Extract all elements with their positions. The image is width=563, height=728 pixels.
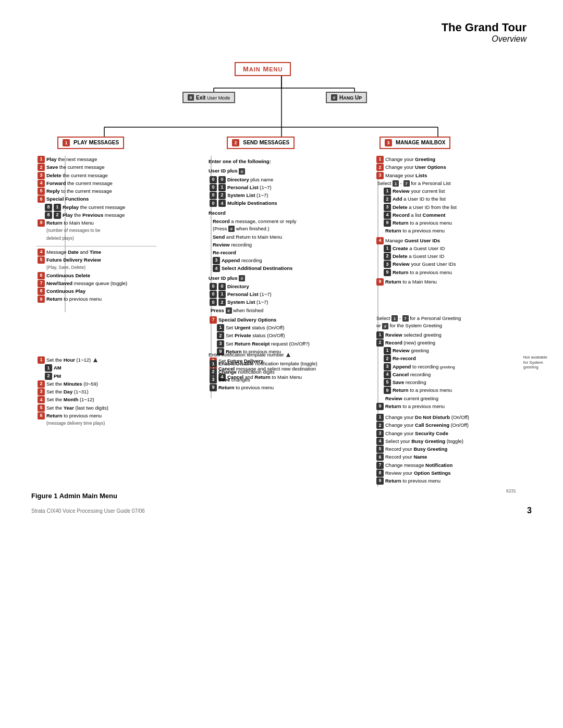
opt-2: 2 Change your Call Screening (On/Off) [375,422,516,429]
send-append: 3 Append recording [209,257,344,264]
play-item-4b: 4 Message Date and Time [36,249,156,256]
play-item-9: 9 Return to Main Menu(number of messages… [36,219,156,242]
manage-item-4: 4 Manage Guest User IDs [375,237,516,244]
useropts-panel: 1 Change your Do Not Disturb (On/Off) 2 … [375,414,516,495]
footer-left: Strata CIX40 Voice Processing User Guide… [31,508,145,514]
opt-7: 7 Change message Notification [375,462,516,469]
send-dir2: 0 0 Directory [209,283,344,290]
send-messages-box: 2 SEND MESSAGES [227,137,295,149]
send-system: 0 2 System List (1~7) [209,192,344,199]
opt-9: 9 Return to previous menu [375,477,516,485]
time-item-1: 1 Set the Hour (1~12) [36,356,156,364]
manage-item-1: 1 Change your Greeting [375,156,516,163]
svg-marker-13 [93,358,97,362]
opt-6: 6 Record your Name [375,453,516,461]
manage-guest-2: 2 Delete a Guest User ID [375,253,516,260]
send-review: Review recording [209,241,344,249]
footer-right: 3 [527,506,532,515]
main-menu-label: MAIN MENU [235,62,291,76]
time-item-2: 2 Set the Minutes (0~59) [36,380,156,388]
greet-record: 2 Record (new) greeting [375,339,516,347]
send-urgent: 1 Set Urgent status (On/Off) [209,324,344,331]
manage-guest-9: 9 Return to a previous menu [375,269,516,276]
manage-list-1: 1 Review your current list [375,188,516,195]
notif-change: 2 Change notification digits [209,368,344,376]
hangup-button: # HANG UP [326,92,367,103]
play-messages-box: 1 PLAY MESSAGES [57,137,124,149]
send-adddest: 4 Select Additional Destinations [209,265,344,272]
manage-list-3: 3 Delete a User ID from the list [375,204,516,211]
play-item-6-2: 8 2 Play the Previous message [36,212,156,219]
send-multiple: 0 4 Multiple Destinations [209,200,344,207]
manage-mailbox-box: 3 MANAGE MAILBOX [380,137,450,149]
greeting-panel: Select 1 - 7 for a Personal Greeting or … [375,315,516,411]
exit-num: 0 [188,94,194,101]
main-menu-box: MAIN MENU [235,62,291,76]
greet-cancel: 4 Cancel recording [375,371,516,378]
time-item-1b: 2 PM [36,373,156,380]
send-record-send: Send and Return to Main Menu [209,233,344,241]
settime-panel: 1 Set the Hour (1~12) 1 AM 2 PM 2 Set th… [36,356,156,427]
svg-marker-14 [286,353,290,357]
opt-8: 8 Review your Option Settings [375,470,516,477]
send-rerecord: Re-record [209,249,344,256]
play-item-1: 1 Play the next message [36,156,156,163]
play-item-6b: 6 Continuous Delete [36,272,156,279]
page-footer: Strata CIX40 Voice Processing User Guide… [0,506,563,515]
time-item-1a: 1 AM [36,364,156,372]
manage-item-2: 2 Change your User Options [375,164,516,171]
manage-guest-1: 1 Create a Guest User ID [375,245,516,252]
send-private: 2 Set Private status (On/Off) [209,332,344,339]
play-item-5b: 5 Future Delivery Review(Play, Save, Del… [36,256,156,272]
manage-list-4: 4 Record a list Comment [375,212,516,219]
time-item-3: 3 Set the Day (1~31) [36,388,156,396]
opt-4: 4 Select your Busy Greeting (toggle) [375,438,516,445]
send-dir: 0 0 Directory plus name [209,176,344,183]
send-personal: 0 1 Personal List (1~7) [209,184,344,191]
send-personal2: 0 1 Personal List (1~7) [209,291,344,298]
notification-panel: Enter notification template number 1 Ena… [209,351,344,392]
page: The Grand Tour Overview [0,0,563,531]
doc-number: 6231 [375,488,516,495]
play-item-3: 3 Delete the current message [36,172,156,179]
greet-review3: x Review current greeting [375,395,516,402]
manage-panel: 1 Change your Greeting 2 Change your Use… [375,156,516,286]
time-item-6: 6 Return to previous menu(message delive… [36,412,156,427]
greet-save: 5 Save recording [375,379,516,386]
flowchart: MAIN MENU 0 Exit User Mode # HANG UP 1 P… [31,59,532,487]
play-panel: 1 Play the next message 2 Save the curre… [36,156,156,304]
play-item-2: 2 Save the current message [36,164,156,171]
notif-enable: 1 Enable/Disable notification template (… [209,360,344,367]
play-item-7b: 7 New/Saved message queue (toggle) [36,280,156,287]
manage-item-9: 9 Return to a Main Menu [375,278,516,286]
time-item-4: 4 Set the Month (1~12) [36,396,156,403]
exit-button: 0 Exit User Mode [182,92,235,103]
play-item-4: 4 Forward the current message [36,180,156,187]
send-special-7: 7 Special Delivery Options [209,316,344,324]
manage-list-ret: x Return to a previous menu [375,227,516,235]
play-item-9b: 9 Return to previous menu [36,295,156,303]
page-title: The Grand Tour [31,21,527,34]
greet-return: 9 Return to a previous menu [375,387,516,394]
play-item-6-1: 8 1 Replay the current message [36,204,156,211]
manage-list-2: 2 Add a User ID to the list [375,195,516,203]
hangup-label: HANG UP [339,95,362,101]
notif-save: 3 Save changes [209,376,344,384]
time-item-5: 5 Set the Year (last two digits) [36,404,156,412]
send-press-hash: Press # when finished [209,307,344,314]
play-item-8b: 8 Continuous Play [36,288,156,295]
page-subtitle: Overview [31,34,527,44]
greet-return2: 9 Return to a previous menu [375,403,516,410]
notif-return: 9 Return to previous menu [209,384,344,391]
opt-1: 1 Change your Do Not Disturb (On/Off) [375,414,516,421]
play-section-2: 4 Message Date and Time 5 Future Deliver… [36,246,156,303]
hangup-num: # [331,94,337,101]
send-system2: 0 2 System List (1~7) [209,299,344,306]
greet-review: 1 Review selected greeting [375,331,516,339]
play-item-6: 6 Special Functions [36,195,156,203]
greet-review2: 1 Review greeting [375,347,516,354]
opt-5: 5 Record your Busy Greeting [375,446,516,453]
exit-label: Exit User Mode [196,95,230,101]
greet-rerecord: 2 Re-record Not availablefor Systemgreet… [375,355,516,362]
manage-item-3: 3 Manage your Lists [375,172,516,179]
